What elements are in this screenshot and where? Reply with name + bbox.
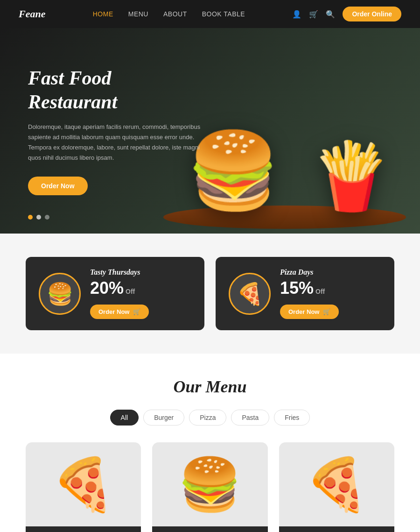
promo-info-2: Pizza Days 15% Off Order Now 🛒 (280, 268, 381, 319)
menu-card-image-1: 🍕 (26, 442, 141, 526)
promo-discount-2: 15% Off (280, 278, 381, 298)
menu-item-emoji-2: 🍔 (178, 454, 242, 515)
menu-title: Our Menu (26, 377, 394, 397)
hero-description: Doloremque, itaque aperiam facilis rerum… (28, 122, 205, 163)
promo-order-label-2: Order Now (288, 308, 319, 315)
promo-title-1: Tasty Thursdays (90, 268, 191, 277)
promo-order-button-1[interactable]: Order Now 🛒 (90, 305, 149, 319)
hero-section: Fast Food Restaurant Doloremque, itaque … (0, 28, 420, 234)
promo-section: 🍔 Tasty Thursdays 20% Off Order Now 🛒 🍕 … (0, 234, 420, 354)
menu-filters: All Burger Pizza Pasta Fries (26, 410, 394, 426)
promo-pizza-icon: 🍕 (232, 277, 267, 311)
navbar-icons: 👤 🛒 🔍 Order Online (292, 7, 401, 21)
menu-card-body-1: Delicious Pizza Veniam debitis quaerat o… (26, 526, 141, 532)
hero-fries-image: 🍟 (310, 138, 392, 215)
nav-book-table[interactable]: BOOK TABLE (202, 10, 245, 18)
menu-item-emoji-3: 🍕 (305, 454, 369, 515)
menu-card-image-2: 🍔 (152, 442, 267, 526)
hero-title: Fast Food Restaurant (28, 66, 205, 113)
cart-icon[interactable]: 🛒 (309, 10, 318, 19)
promo-title-2: Pizza Days (280, 268, 381, 277)
hero-order-now-button[interactable]: Order Now (28, 177, 88, 195)
dot-1[interactable] (28, 215, 33, 220)
promo-cart-icon-1: 🛒 (133, 308, 140, 315)
menu-card-image-3: 🍕 (279, 442, 394, 526)
promo-off-2: Off (315, 288, 325, 295)
menu-card-1: 🍕 Delicious Pizza Veniam debitis quaerat… (26, 442, 141, 532)
filter-pizza[interactable]: Pizza (189, 410, 226, 426)
brand-logo: Feane (19, 8, 45, 20)
promo-info-1: Tasty Thursdays 20% Off Order Now 🛒 (90, 268, 191, 319)
menu-item-emoji-1: 🍕 (51, 454, 115, 515)
menu-card-body-2: Delicious Burger Veniam debitis quaerat … (152, 526, 267, 532)
dot-2[interactable] (36, 215, 41, 220)
promo-image-1: 🍔 (39, 273, 81, 315)
navbar: Feane HOME MENU ABOUT BOOK TABLE 👤 🛒 🔍 O… (0, 0, 420, 28)
promo-card-1: 🍔 Tasty Thursdays 20% Off Order Now 🛒 (26, 257, 204, 330)
menu-card-3: 🍕 Delicious Pizza Veniam debitis quaerat… (279, 442, 394, 532)
nav-links: HOME MENU ABOUT BOOK TABLE (93, 10, 245, 18)
promo-image-2: 🍕 (229, 273, 271, 315)
dot-3[interactable] (45, 215, 49, 220)
menu-card-2: 🍔 Delicious Burger Veniam debitis quaera… (152, 442, 267, 532)
promo-pct-1: 20% (90, 278, 124, 298)
promo-burger-icon: 🍔 (42, 277, 77, 311)
filter-all[interactable]: All (110, 410, 139, 426)
nav-about[interactable]: ABOUT (163, 10, 187, 18)
hero-content: Fast Food Restaurant Doloremque, itaque … (28, 66, 205, 195)
menu-card-body-3: Delicious Pizza Veniam debitis quaerat o… (279, 526, 394, 532)
promo-card-2: 🍕 Pizza Days 15% Off Order Now 🛒 (216, 257, 394, 330)
filter-pasta[interactable]: Pasta (231, 410, 269, 426)
promo-pct-2: 15% (280, 278, 314, 298)
filter-fries[interactable]: Fries (274, 410, 310, 426)
nav-menu[interactable]: MENU (128, 10, 148, 18)
filter-burger[interactable]: Burger (143, 410, 184, 426)
promo-cart-icon-2: 🛒 (323, 308, 330, 315)
menu-section: Our Menu All Burger Pizza Pasta Fries 🍕 … (0, 354, 420, 532)
promo-order-button-2[interactable]: Order Now 🛒 (280, 305, 339, 319)
promo-discount-1: 20% Off (90, 278, 191, 298)
nav-home[interactable]: HOME (93, 10, 113, 18)
menu-grid: 🍕 Delicious Pizza Veniam debitis quaerat… (26, 442, 394, 532)
user-icon[interactable]: 👤 (292, 10, 301, 19)
search-icon[interactable]: 🔍 (326, 10, 335, 19)
hero-dots (28, 215, 49, 220)
promo-off-1: Off (126, 288, 135, 295)
order-online-button[interactable]: Order Online (343, 7, 401, 21)
promo-order-label-1: Order Now (98, 308, 129, 315)
